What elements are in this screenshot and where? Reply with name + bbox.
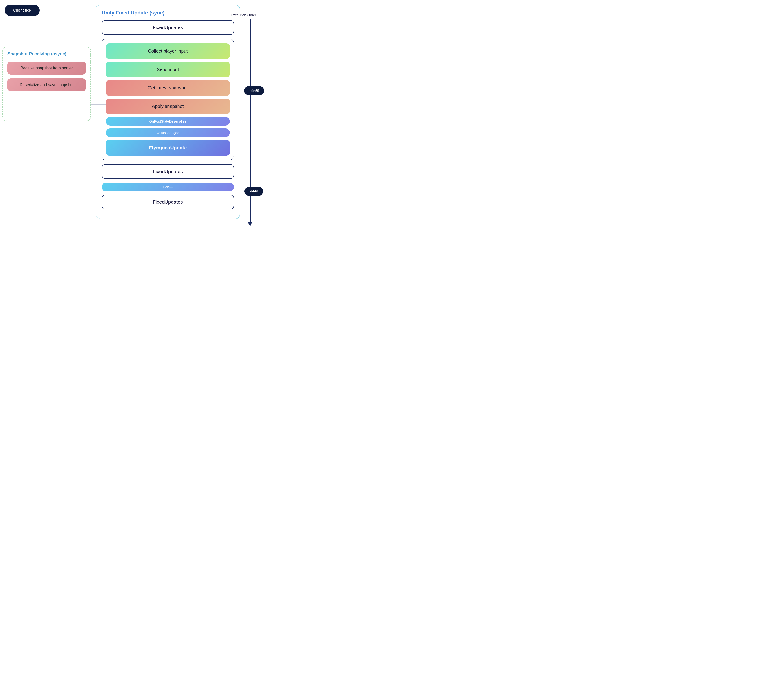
receive-snapshot-label: Receive snapshot from server	[20, 66, 73, 70]
fixed-updates-box-top: FixedUpdates	[102, 20, 234, 35]
value-changed-label: ValueChanged	[157, 131, 179, 135]
deserialize-snapshot-item: Deserialize and save snapshot	[7, 78, 86, 91]
send-input-item: Send input	[106, 62, 230, 77]
snapshot-receiving-title: Snapshot Receiving (async)	[7, 51, 86, 57]
client-tick-label: Client tick	[13, 8, 31, 13]
apply-snapshot-label: Apply snapshot	[152, 104, 184, 109]
deserialize-snapshot-label: Deserialize and save snapshot	[20, 82, 73, 87]
value-changed-item: ValueChanged	[106, 128, 230, 137]
get-snapshot-item: Get latest snapshot	[106, 80, 230, 96]
diagram-container: Client tick Snapshot Receiving (async) R…	[0, 0, 272, 233]
unity-fixed-update-title: Unity Fixed Update (sync)	[102, 10, 234, 16]
receive-snapshot-item: Receive snapshot from server	[7, 62, 86, 75]
badge-pos9999: 9999	[245, 187, 263, 196]
on-post-state-item: OnPostStateDeserialize	[106, 117, 230, 126]
elympics-update-item: ElympicsUpdate	[106, 140, 230, 156]
tick-label: Tick++	[163, 185, 173, 189]
badge-neg8998: -8998	[244, 86, 264, 95]
snapshot-receiving-box: Snapshot Receiving (async) Receive snaps…	[2, 47, 91, 121]
elympics-update-label: ElympicsUpdate	[149, 145, 187, 150]
collect-input-label: Collect player input	[148, 48, 188, 53]
client-tick-pill: Client tick	[5, 5, 40, 16]
inner-dashed-box: Collect player input Send input Get late…	[102, 39, 234, 160]
on-post-state-label: OnPostStateDeserialize	[149, 119, 186, 123]
execution-order-arrow	[248, 222, 252, 226]
fixed-updates-box-middle: FixedUpdates	[102, 164, 234, 179]
send-input-label: Send input	[157, 67, 179, 72]
get-snapshot-label: Get latest snapshot	[148, 85, 188, 90]
fixed-updates-box-bottom: FixedUpdates	[102, 195, 234, 210]
tick-item: Tick++	[102, 183, 234, 191]
unity-fixed-update-box: Unity Fixed Update (sync) FixedUpdates C…	[95, 5, 240, 219]
collect-input-item: Collect player input	[106, 43, 230, 59]
apply-snapshot-item: Apply snapshot	[106, 98, 230, 114]
